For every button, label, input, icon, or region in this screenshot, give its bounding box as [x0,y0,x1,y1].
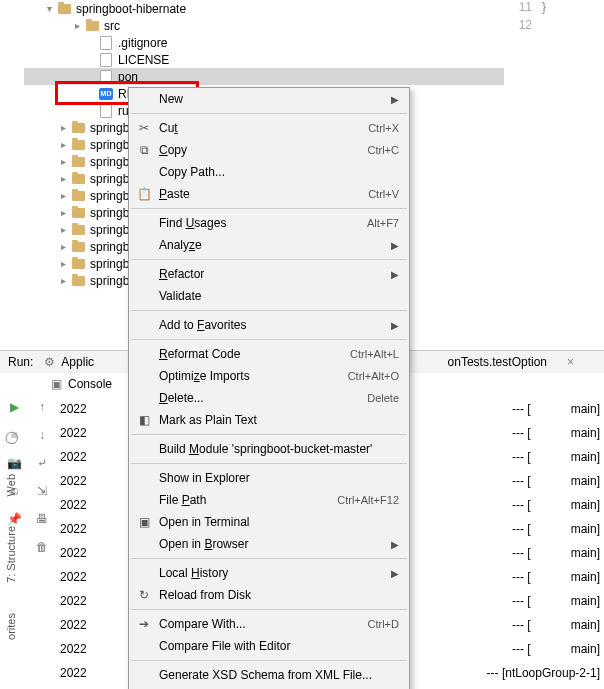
run-config-name[interactable]: Applic [61,355,94,369]
menu-item[interactable]: ➔Compare With...Ctrl+D [129,613,409,635]
circle-icon[interactable]: ◯ [5,430,18,444]
scroll-icon[interactable]: ⇲ [34,483,50,499]
menu-item-label: Reload from Disk [159,588,399,602]
side-tab-web[interactable]: Web [5,474,17,496]
menu-item-label: Compare With... [159,617,368,631]
menu-item[interactable]: Local History▶ [129,562,409,584]
tree-item[interactable]: LICENSE [24,51,504,68]
tree-item-label: pon [118,70,138,84]
menu-item-icon [135,237,153,253]
menu-item-shortcut: Delete [367,392,399,404]
menu-separator [131,660,407,661]
expand-arrow-icon[interactable]: ▸ [56,275,70,286]
menu-item[interactable]: ↻Reload from Disk [129,584,409,606]
menu-item-icon [135,470,153,486]
folder-icon [70,205,86,221]
menu-item[interactable]: Add to Favorites▶ [129,314,409,336]
menu-item[interactable]: Compare File with Editor [129,635,409,657]
down-icon[interactable]: ↓ [34,427,50,443]
expand-arrow-icon[interactable]: ▸ [56,207,70,218]
folder-icon [70,171,86,187]
up-icon[interactable]: ↑ [34,399,50,415]
context-menu[interactable]: New▶✂CutCtrl+X⧉CopyCtrl+CCopy Path...📋Pa… [128,87,410,689]
expand-arrow-icon[interactable]: ▸ [56,241,70,252]
menu-item[interactable]: Refactor▶ [129,263,409,285]
side-tab-structure[interactable]: 7: Structure [5,526,17,583]
tree-item[interactable]: ▾springboot-hibernate [24,0,504,17]
menu-item-icon [135,164,153,180]
menu-item[interactable]: ◧Mark as Plain Text [129,409,409,431]
menu-item-label: Cut [159,121,368,135]
menu-item-label: Analyze [159,238,385,252]
tab-test[interactable]: onTests.testOption [448,355,547,369]
expand-arrow-icon[interactable]: ▸ [56,139,70,150]
tree-item[interactable]: .gitignore [24,34,504,51]
run-icon[interactable]: ▶ [6,399,22,415]
tree-item-label: springb [90,274,129,288]
submenu-arrow-icon: ▶ [385,320,399,331]
expand-arrow-icon[interactable]: ▸ [56,122,70,133]
expand-arrow-icon[interactable]: ▸ [56,156,70,167]
menu-item[interactable]: ▣Open in Terminal [129,511,409,533]
editor-gutter: 11} 12 [504,0,604,60]
menu-item[interactable]: Copy Path... [129,161,409,183]
wrap-icon[interactable]: ⤶ [34,455,50,471]
close-icon[interactable]: × [567,355,574,369]
expand-arrow-icon[interactable]: ▸ [56,258,70,269]
menu-item[interactable]: Find UsagesAlt+F7 [129,212,409,234]
tree-item-label: springb [90,172,129,186]
tree-item-label: LICENSE [118,53,169,67]
trash-icon[interactable]: 🗑 [34,539,50,555]
menu-separator [131,259,407,260]
side-tab-favorites[interactable]: orites [5,613,17,640]
menu-separator [131,339,407,340]
menu-item[interactable]: Generate XSD Schema from XML File... [129,664,409,686]
menu-item-label: Reformat Code [159,347,350,361]
menu-item[interactable]: Analyze▶ [129,234,409,256]
folder-icon [70,188,86,204]
expand-arrow-icon[interactable]: ▸ [56,224,70,235]
tree-item[interactable]: ▸src [24,17,504,34]
menu-item[interactable]: Open in Browser▶ [129,533,409,555]
menu-separator [131,609,407,610]
menu-item-icon [135,667,153,683]
print-icon[interactable]: 🖶 [34,511,50,527]
file-icon [98,35,114,51]
menu-item[interactable]: Optimize ImportsCtrl+Alt+O [129,365,409,387]
expand-arrow-icon[interactable]: ▸ [56,173,70,184]
folder-icon [70,154,86,170]
menu-item-icon: 📋 [135,186,153,202]
menu-item-label: Open in Terminal [159,515,399,529]
folder-icon [70,239,86,255]
tree-item-label: .gitignore [118,36,167,50]
menu-item[interactable]: New▶ [129,88,409,110]
menu-item[interactable]: Reformat CodeCtrl+Alt+L [129,343,409,365]
menu-item[interactable]: File PathCtrl+Alt+F12 [129,489,409,511]
submenu-arrow-icon: ▶ [385,539,399,550]
menu-item[interactable]: ⧉CopyCtrl+C [129,139,409,161]
menu-item[interactable]: Validate [129,285,409,307]
menu-item-icon [135,215,153,231]
menu-item-label: Generate XSD Schema from XML File... [159,668,399,682]
menu-item-icon [135,492,153,508]
folder-icon [70,222,86,238]
menu-item[interactable]: Delete...Delete [129,387,409,409]
expand-arrow-icon[interactable]: ▸ [70,20,84,31]
menu-item[interactable]: Build Module 'springboot-bucket-master' [129,438,409,460]
menu-item[interactable]: Show in Explorer [129,467,409,489]
menu-item-icon: ✂ [135,120,153,136]
tab-console[interactable]: Console [68,377,112,391]
menu-item[interactable]: 📋PasteCtrl+V [129,183,409,205]
menu-item-label: Compare File with Editor [159,639,399,653]
menu-item[interactable]: ✂CutCtrl+X [129,117,409,139]
menu-separator [131,434,407,435]
tree-item-label: src [104,19,120,33]
tree-item[interactable]: pon [24,68,504,85]
tree-item-label: springboot-hibernate [76,2,186,16]
expand-arrow-icon[interactable]: ▾ [42,3,56,14]
line-number: 12 [504,18,542,36]
console-icon: ▣ [48,376,64,392]
expand-arrow-icon[interactable]: ▸ [56,190,70,201]
menu-item-label: Optimize Imports [159,369,348,383]
menu-item-icon [135,288,153,304]
